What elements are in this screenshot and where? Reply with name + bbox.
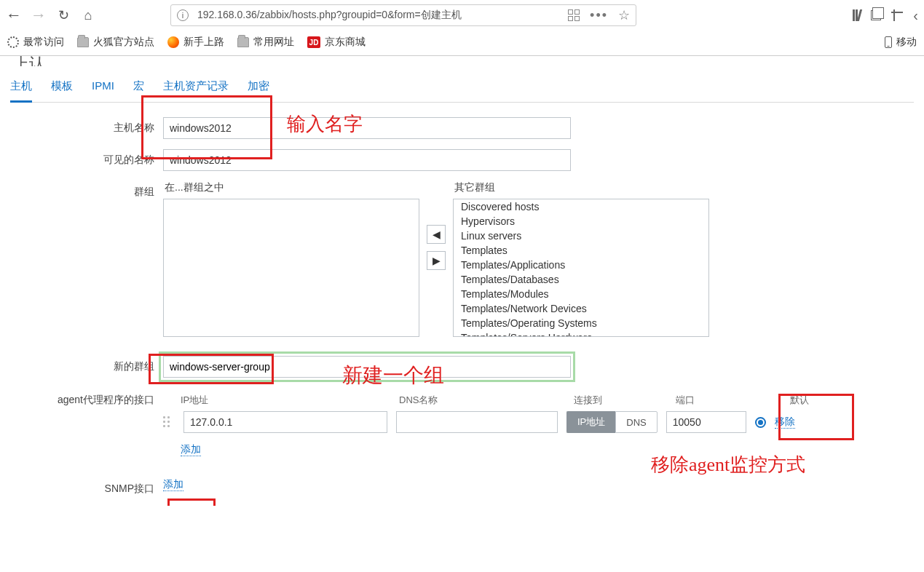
bookmark-most-visited[interactable]: 最常访问 [7,36,64,49]
back-button[interactable]: ← [6,7,22,23]
move-left-button[interactable]: ◀ [427,225,446,244]
url-bar[interactable]: i ••• [170,4,636,26]
list-item[interactable]: Templates/Applications [454,258,708,272]
connect-ip-button[interactable]: IP地址 [566,411,615,433]
other-groups-list[interactable]: Discovered hostsHypervisorsLinux servers… [453,199,709,337]
tab-macros[interactable]: 宏 [133,74,144,102]
list-item[interactable]: Templates [454,243,708,258]
list-item[interactable]: Templates/Databases [454,272,708,287]
more-icon[interactable]: ‹ [913,7,918,24]
host-name-label: 主机名称 [10,117,163,135]
iface-remove-link[interactable]: 移除 [775,416,795,429]
move-right-button[interactable]: ▶ [427,251,446,270]
forward-button[interactable]: → [31,7,47,23]
tab-ipmi[interactable]: IPMI [92,74,114,102]
row-groups: 群组 在...群组之中 ◀ ▶ 其它群组 Discovered hostsHyp… [10,181,914,337]
row-agent-interface: agent代理程序的接口 IP地址 DNS名称 连接到 端口 默认 IP地址 D… [10,394,914,456]
connect-to-toggle[interactable]: IP地址 DNS [566,411,658,433]
visible-name-input[interactable] [163,149,571,171]
bookmark-getting-started[interactable]: 新手上路 [167,36,224,49]
bookmark-jd[interactable]: JD京东商城 [307,36,366,49]
qr-icon[interactable] [568,9,580,21]
host-form: 主机名称 可见的名称 群组 在...群组之中 ◀ [10,103,914,496]
sidebar-icon[interactable] [871,10,881,20]
folder-icon [237,37,249,47]
list-item[interactable]: Hypervisors [454,214,708,229]
site-info-icon[interactable]: i [177,9,189,21]
list-item[interactable]: Templates/Operating Systems [454,316,708,330]
hdr-connect-to: 连接到 [574,394,676,407]
snmp-iface-label: SNMP接口 [10,478,163,496]
bookmark-star-icon[interactable] [618,7,630,23]
bookmark-mobile[interactable]: 移动 [885,36,917,49]
hdr-port: 端口 [676,394,778,407]
iface-ip-input[interactable] [183,411,387,433]
host-name-input[interactable] [163,117,571,139]
browser-chrome: ← → ↻ ⌂ i ••• ‹ 最常访问 火狐官方站点 新手上路 常用网址 JD… [0,0,924,56]
groups-label: 群组 [10,181,163,199]
hdr-default: 默认 [778,394,821,407]
bookmark-firefox-official[interactable]: 火狐官方站点 [77,36,154,49]
drag-handle-icon[interactable] [163,416,175,428]
snmp-add-link[interactable]: 添加 [163,478,183,491]
hdr-ip: IP地址 [181,394,399,407]
iface-row: IP地址 DNS 移除 [163,411,914,433]
iface-port-input[interactable] [666,411,746,433]
list-item[interactable]: Linux servers [454,229,708,243]
hdr-dns: DNS名称 [399,394,574,407]
in-groups-title: 在...群组之中 [163,181,419,194]
home-button[interactable]: ⌂ [80,7,96,23]
nav-toolbar: ← → ↻ ⌂ i ••• ‹ [0,0,924,31]
agent-iface-label: agent代理程序的接口 [10,394,163,407]
new-group-input[interactable] [163,356,571,378]
connect-dns-button[interactable]: DNS [615,411,657,433]
list-item[interactable]: Templates/Modules [454,287,708,301]
anno-box-snmp [167,498,216,506]
iface-header: IP地址 DNS名称 连接到 端口 默认 [163,394,914,407]
agent-add-link[interactable]: 添加 [181,443,201,456]
folder-icon [77,37,89,47]
row-new-group: 新的群组 [10,356,914,378]
phone-icon [885,36,892,48]
screenshot-icon[interactable] [891,9,903,21]
row-visible-name: 可见的名称 [10,149,914,171]
visible-name-label: 可见的名称 [10,149,163,167]
list-item[interactable]: Discovered hosts [454,199,708,214]
jd-icon: JD [307,36,320,48]
tab-templates[interactable]: 模板 [51,74,73,102]
url-input[interactable] [196,9,561,22]
other-groups-title: 其它群组 [453,181,709,194]
iface-dns-input[interactable] [396,411,558,433]
tab-host[interactable]: 主机 [10,74,32,103]
page-title: 上认 [10,50,914,66]
iface-default-radio[interactable] [755,417,766,428]
reload-button[interactable]: ↻ [55,7,71,23]
in-groups-list[interactable] [163,199,419,337]
library-icon[interactable] [853,9,861,21]
tab-inventory[interactable]: 主机资产记录 [163,74,229,102]
page-actions-icon[interactable]: ••• [590,8,608,23]
list-item[interactable]: Templates/Network Devices [454,301,708,316]
row-snmp-interface: SNMP接口 添加 [10,478,914,496]
row-host-name: 主机名称 [10,117,914,139]
new-group-label: 新的群组 [10,356,163,373]
tab-encryption[interactable]: 加密 [248,74,269,102]
host-tabs: 主机 模板 IPMI 宏 主机资产记录 加密 [10,74,914,103]
page-content: 上认 主机 模板 IPMI 宏 主机资产记录 加密 主机名称 可见的名称 群组 [0,56,924,496]
list-item[interactable]: Templates/Servers Hardware [454,330,708,337]
firefox-icon [167,36,179,48]
gear-icon [7,36,19,48]
bookmark-common-urls[interactable]: 常用网址 [237,36,294,49]
